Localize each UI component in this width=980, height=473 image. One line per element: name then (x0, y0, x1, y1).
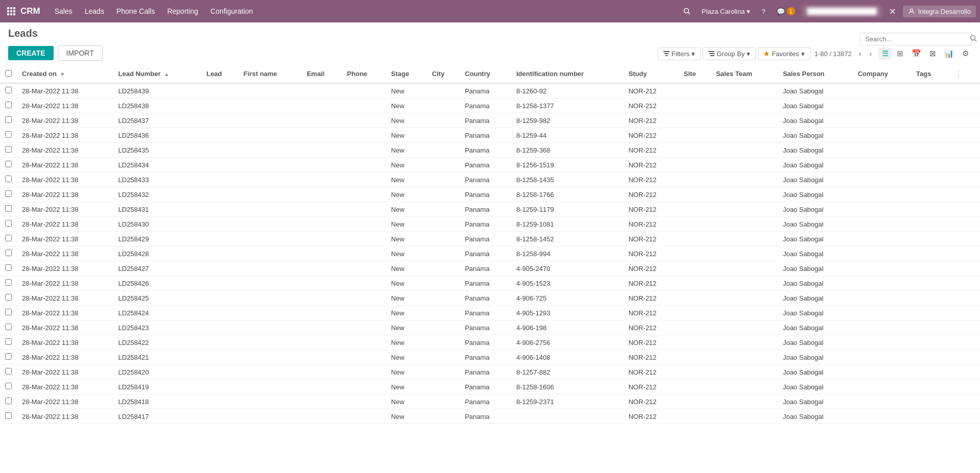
row-checkbox-cell[interactable] (0, 350, 17, 365)
workspace-selector[interactable]: Plaza Carolina ▾ (698, 6, 755, 17)
row-checkbox[interactable] (5, 176, 12, 182)
kanban-view-button[interactable]: ⊞ (894, 47, 906, 60)
search-input[interactable] (859, 33, 972, 45)
row-checkbox[interactable] (5, 353, 12, 360)
help-icon[interactable]: ? (757, 6, 769, 17)
row-checkbox-cell[interactable] (0, 128, 17, 143)
col-country[interactable]: Country (460, 65, 511, 83)
table-row: 28-Mar-2022 11:38 LD258437 New Panama 8-… (0, 113, 980, 128)
col-sales-team[interactable]: Sales Team (711, 65, 778, 83)
row-actions (947, 143, 980, 158)
row-checkbox[interactable] (5, 338, 12, 345)
row-checkbox-cell[interactable] (0, 335, 17, 350)
graph-view-button[interactable]: 📊 (941, 47, 957, 60)
search-submit-icon[interactable] (970, 35, 977, 43)
row-checkbox[interactable] (5, 264, 12, 271)
row-checkbox-cell[interactable] (0, 158, 17, 172)
row-id-number: 8-1258-1606 (511, 380, 624, 394)
search-top-icon[interactable] (679, 6, 695, 17)
col-created-on[interactable]: Created on ▼ (17, 65, 113, 83)
col-more[interactable]: ⋮ (947, 65, 980, 83)
row-checkbox[interactable] (5, 250, 12, 256)
user-account-button[interactable]: Integra Desarrollo (903, 6, 976, 17)
settings-view-button[interactable]: ⚙ (959, 47, 972, 60)
select-all-checkbox[interactable] (5, 70, 12, 77)
row-checkbox[interactable] (5, 205, 12, 212)
row-checkbox-cell[interactable] (0, 113, 17, 128)
list-view-button[interactable]: ☰ (879, 47, 892, 60)
row-checkbox-cell[interactable] (0, 217, 17, 232)
col-stage[interactable]: Stage (386, 65, 427, 83)
nav-reporting[interactable]: Reporting (161, 0, 204, 22)
col-lead-number[interactable]: Lead Number ▲ (113, 65, 202, 83)
col-phone[interactable]: Phone (342, 65, 386, 83)
import-button[interactable]: IMPORT (58, 45, 103, 61)
col-study[interactable]: Study (624, 65, 679, 83)
prev-page-button[interactable]: ‹ (856, 48, 865, 59)
group-by-button[interactable]: Group By ▾ (703, 47, 756, 60)
row-checkbox-cell[interactable] (0, 261, 17, 276)
row-checkbox[interactable] (5, 279, 12, 286)
row-company (853, 394, 911, 409)
filter-controls: Filters ▾ Group By ▾ Favorites ▾ (658, 47, 810, 60)
row-checkbox[interactable] (5, 368, 12, 375)
row-checkbox[interactable] (5, 412, 12, 419)
row-checkbox-cell[interactable] (0, 202, 17, 217)
row-checkbox-cell[interactable] (0, 172, 17, 187)
row-checkbox[interactable] (5, 146, 12, 153)
filters-button[interactable]: Filters ▾ (658, 47, 701, 60)
row-checkbox[interactable] (5, 131, 12, 138)
row-checkbox[interactable] (5, 235, 12, 241)
row-checkbox[interactable] (5, 87, 12, 93)
row-checkbox[interactable] (5, 116, 12, 123)
row-checkbox-cell[interactable] (0, 98, 17, 113)
col-id-number[interactable]: Identification number (511, 65, 624, 83)
row-checkbox-cell[interactable] (0, 276, 17, 291)
row-checkbox[interactable] (5, 161, 12, 167)
row-checkbox-cell[interactable] (0, 83, 17, 98)
row-checkbox-cell[interactable] (0, 380, 17, 394)
grid-menu-icon[interactable] (4, 5, 18, 17)
row-checkbox[interactable] (5, 397, 12, 404)
row-checkbox-cell[interactable] (0, 143, 17, 158)
col-email[interactable]: Email (302, 65, 342, 83)
row-site (679, 306, 711, 320)
col-tags[interactable]: Tags (911, 65, 947, 83)
row-checkbox[interactable] (5, 383, 12, 389)
row-checkbox-cell[interactable] (0, 306, 17, 320)
row-checkbox-cell[interactable] (0, 394, 17, 409)
nav-sales[interactable]: Sales (49, 0, 79, 22)
pivot-view-button[interactable]: ⊠ (926, 47, 939, 60)
col-lead[interactable]: Lead (201, 65, 238, 83)
col-company[interactable]: Company (853, 65, 911, 83)
row-checkbox-cell[interactable] (0, 365, 17, 380)
row-checkbox[interactable] (5, 102, 12, 108)
more-columns-button[interactable]: ⋮ (952, 69, 965, 79)
col-first-name[interactable]: First name (238, 65, 302, 83)
col-site[interactable]: Site (679, 65, 711, 83)
next-page-button[interactable]: › (866, 48, 875, 59)
nav-configuration[interactable]: Configuration (204, 0, 259, 22)
create-button[interactable]: CREATE (8, 46, 54, 60)
row-checkbox-cell[interactable] (0, 246, 17, 261)
select-all-checkbox-header[interactable] (0, 65, 17, 83)
nav-leads[interactable]: Leads (79, 0, 110, 22)
notifications-icon[interactable]: 💬 1 (773, 5, 799, 17)
user-profile-blurred[interactable]: ████████████████ (802, 6, 882, 17)
row-checkbox-cell[interactable] (0, 187, 17, 202)
row-checkbox[interactable] (5, 294, 12, 301)
row-checkbox[interactable] (5, 220, 12, 227)
row-checkbox[interactable] (5, 323, 12, 330)
row-checkbox-cell[interactable] (0, 409, 17, 424)
row-checkbox-cell[interactable] (0, 320, 17, 335)
calendar-view-button[interactable]: 📅 (909, 47, 924, 60)
row-checkbox[interactable] (5, 190, 12, 197)
row-checkbox-cell[interactable] (0, 291, 17, 306)
close-button[interactable]: ✕ (885, 5, 900, 18)
col-sales-person[interactable]: Sales Person (778, 65, 853, 83)
favorites-button[interactable]: Favorites ▾ (758, 47, 810, 60)
row-checkbox-cell[interactable] (0, 232, 17, 246)
row-checkbox[interactable] (5, 309, 12, 315)
nav-phone-calls[interactable]: Phone Calls (110, 0, 161, 22)
col-city[interactable]: City (427, 65, 460, 83)
